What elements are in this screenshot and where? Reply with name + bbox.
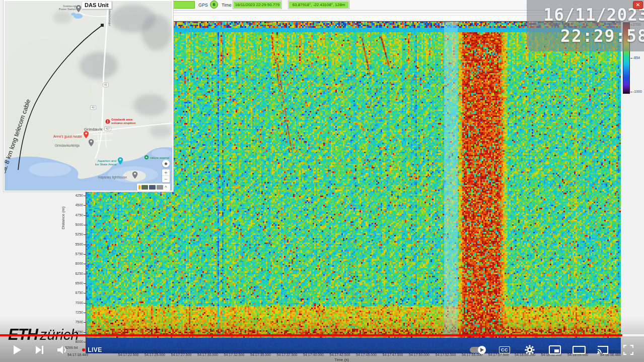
autoplay-knob-icon bbox=[478, 346, 486, 354]
live-badge[interactable]: LIVE bbox=[78, 342, 106, 358]
y-tick-label: 4500 bbox=[66, 203, 83, 207]
gps-position-field: 63.87918°, -22.43108°, 128m bbox=[288, 1, 349, 9]
road-shield: 43 bbox=[103, 83, 109, 87]
y-tick-label: 4750 bbox=[66, 213, 83, 217]
settings-button[interactable] bbox=[522, 342, 538, 358]
live-label: LIVE bbox=[88, 346, 102, 353]
autoplay-toggle[interactable] bbox=[467, 342, 487, 358]
map-zoom-out-button[interactable]: − bbox=[162, 176, 170, 183]
progress-remaining[interactable] bbox=[622, 334, 644, 336]
y-tick-label: 4250 bbox=[66, 194, 83, 197]
map-zoom-in-button[interactable]: + bbox=[162, 169, 170, 176]
live-dot-icon bbox=[82, 348, 85, 351]
colorbar-tick-label: -1000 bbox=[633, 90, 642, 93]
miniplayer-icon bbox=[549, 345, 561, 354]
fullscreen-icon bbox=[623, 345, 633, 355]
y-tick-label: 7500 bbox=[66, 320, 83, 324]
gps-label: GPS bbox=[198, 3, 208, 8]
station-label-line2: Power Station bbox=[53, 8, 76, 11]
road-shield: 43 bbox=[90, 105, 96, 110]
reserve-label: nature reserve bbox=[150, 156, 170, 159]
subtitles-button[interactable]: CC bbox=[496, 342, 513, 358]
volcano-alert-line1: Grindavík area: bbox=[111, 118, 135, 122]
volcano-alert-icon bbox=[106, 119, 110, 124]
status-ok-indicator bbox=[173, 1, 195, 9]
imagery-thumbnail[interactable] bbox=[141, 185, 148, 190]
miniplayer-button[interactable] bbox=[546, 342, 564, 358]
gps-satellite-count: 6 bbox=[210, 1, 218, 9]
imagery-thumbnail[interactable] bbox=[149, 185, 156, 190]
guesthouse-label: Anna's guest house bbox=[53, 135, 82, 138]
datetime-value-field: 16/11/2023 22:29:50.779 bbox=[233, 1, 282, 9]
y-tick-label: 6750 bbox=[66, 291, 83, 294]
church-label: Grindavíkurkirkja bbox=[55, 144, 80, 147]
y-tick-label: 5750 bbox=[66, 252, 83, 256]
fullscreen-button[interactable] bbox=[619, 342, 637, 358]
cast-icon bbox=[597, 345, 609, 355]
volume-button[interactable] bbox=[54, 342, 70, 358]
town-label: Grindavík bbox=[84, 127, 103, 132]
y-tick-label: 6250 bbox=[66, 272, 83, 275]
timestamp-overlay: 16/11/2023 22:29:58 bbox=[527, 0, 644, 51]
reserve-pin bbox=[145, 155, 149, 159]
y-axis-title: Distance (m) bbox=[61, 207, 65, 229]
pegman-icon[interactable] bbox=[138, 185, 140, 190]
das-unit-label: DAS Unit bbox=[82, 1, 112, 9]
y-tick-label: 7250 bbox=[66, 311, 83, 314]
y-tick-label: 5250 bbox=[66, 232, 83, 236]
cast-button[interactable] bbox=[593, 342, 612, 358]
das-unit-marker bbox=[101, 24, 104, 27]
play-button[interactable] bbox=[10, 342, 24, 358]
colorbar-tick-label: -854 bbox=[633, 56, 640, 59]
gear-icon bbox=[525, 345, 535, 355]
imagery-thumbnail[interactable] bbox=[157, 185, 163, 190]
y-tick-label: 6000 bbox=[66, 262, 83, 265]
arena-label-line2: Ice Skate Arena bbox=[84, 163, 116, 166]
progress-played[interactable] bbox=[0, 334, 622, 336]
theater-icon bbox=[573, 346, 586, 354]
y-tick-label: 6500 bbox=[66, 281, 83, 285]
road-shield: 427 bbox=[104, 127, 111, 131]
overlay-time: 22:29:58 bbox=[560, 26, 644, 46]
theater-mode-button[interactable] bbox=[569, 342, 589, 358]
lighthouse-label: Hópsnes lighthouse bbox=[98, 175, 127, 179]
my-location-button[interactable]: ◆ bbox=[162, 160, 170, 167]
youtube-video-frame: GPS 6 Time (UTC) 16/11/2023 22:29:50.779… bbox=[0, 0, 644, 362]
colorbar-tick bbox=[630, 92, 632, 92]
overlay-date: 16/11/2023 bbox=[543, 5, 644, 25]
y-tick-label: 5500 bbox=[66, 243, 83, 246]
arena-label-line1: Aquarium and bbox=[84, 159, 116, 163]
volcano-alert-line2: volcano eruption bbox=[111, 122, 135, 125]
map-imagery-bar[interactable]: ^ bbox=[137, 184, 170, 191]
y-tick-label: 5000 bbox=[66, 223, 83, 226]
colorbar-tick bbox=[630, 58, 632, 58]
cc-icon: CC bbox=[499, 346, 510, 353]
map-inset: DAS Unit ca. 8 km long telecom cable Sva… bbox=[4, 0, 173, 192]
window-close-button[interactable]: ✕ bbox=[633, 1, 643, 9]
player-controls: LIVE CC bbox=[0, 342, 644, 362]
collapse-arrow-icon[interactable]: ^ bbox=[165, 185, 167, 190]
next-button[interactable] bbox=[32, 342, 47, 358]
y-tick-label: 7000 bbox=[66, 301, 83, 305]
